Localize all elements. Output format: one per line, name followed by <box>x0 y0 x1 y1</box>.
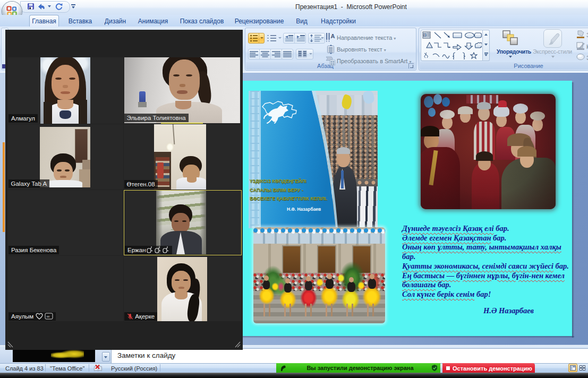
svg-text:∞: ∞ <box>47 313 50 319</box>
svg-text:A: A <box>424 33 426 37</box>
svg-text:A: A <box>331 33 335 39</box>
